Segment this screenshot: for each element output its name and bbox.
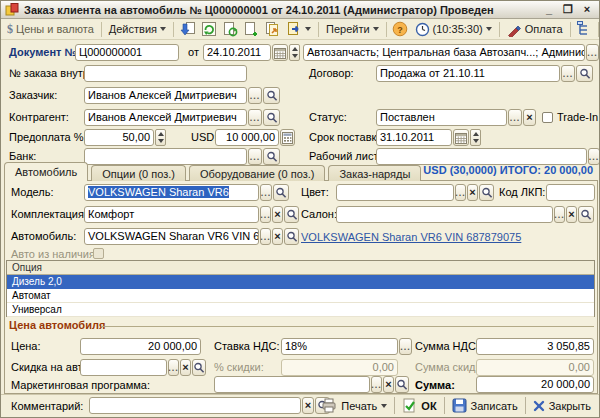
discount-select-button[interactable]: ... <box>168 359 179 376</box>
document-number-field[interactable]: Ц000000001 <box>75 44 179 61</box>
minimize-button[interactable]: _ <box>541 3 557 16</box>
calendar-icon <box>274 47 286 59</box>
structure-button[interactable] <box>575 21 594 38</box>
salon-search-button[interactable] <box>578 206 594 223</box>
table-row[interactable]: Автомат <box>7 289 594 303</box>
refresh-icon <box>201 21 217 37</box>
ok-button[interactable]: ОК <box>397 398 441 413</box>
close-form-button[interactable]: Закрыть <box>528 400 596 412</box>
discount-field[interactable] <box>80 359 167 376</box>
tab-car[interactable]: Автомобиль <box>4 162 88 181</box>
send-button[interactable] <box>282 20 315 38</box>
marketing-field[interactable] <box>214 376 370 393</box>
date-calendar-button[interactable] <box>272 44 288 61</box>
prices-currency-button[interactable]: $ Цены и валюта <box>3 21 98 38</box>
model-search-button[interactable] <box>273 184 289 201</box>
counterparty-select-button[interactable]: ... <box>248 109 262 126</box>
separator <box>598 22 599 37</box>
separator <box>318 22 319 37</box>
model-select-button[interactable]: ... <box>260 184 272 201</box>
trim-search-button[interactable] <box>284 206 299 223</box>
customer-select-button[interactable]: ... <box>248 87 262 104</box>
marketing-search-button[interactable] <box>395 376 409 393</box>
color-clear-button[interactable]: × <box>467 184 478 201</box>
contract-select-button[interactable]: ... <box>561 65 575 82</box>
table-row[interactable]: Дизель 2,0 <box>7 275 594 289</box>
marketing-select-button[interactable]: ... <box>371 376 382 393</box>
save-button[interactable]: Записать <box>447 398 523 413</box>
reread-button[interactable] <box>199 21 218 38</box>
status-clear-button[interactable]: × <box>523 109 536 126</box>
tab-work-orders[interactable]: Заказ-наряды <box>328 165 421 181</box>
date-spinner[interactable] <box>289 44 300 61</box>
worksheet-select-button[interactable]: ... <box>588 148 600 165</box>
update-button[interactable] <box>220 21 239 38</box>
total-field[interactable]: 20 000,00 <box>476 376 594 393</box>
counterparty-field[interactable]: Иванов Алексей Дмитриевич <box>84 109 247 126</box>
trim-clear-button[interactable]: × <box>272 206 283 223</box>
tradein-checkbox[interactable] <box>542 112 553 123</box>
car-link[interactable]: VOLKSWAGEN Sharan VR6 VIN 687879075 <box>301 231 521 243</box>
contract-search-button[interactable] <box>576 65 593 82</box>
customer-search-button[interactable] <box>263 87 280 104</box>
discount-clear-button[interactable]: × <box>180 359 191 376</box>
vat-rate-select-button[interactable]: ... <box>399 338 412 355</box>
separator <box>525 397 526 414</box>
tab-options[interactable]: Опции (0 поз.) <box>91 165 186 181</box>
contract-field[interactable]: Продажа от 21.10.11 <box>376 65 560 82</box>
salon-clear-button[interactable]: × <box>566 206 577 223</box>
store-values-button[interactable] <box>178 21 197 38</box>
vat-rate-field[interactable]: 18% <box>281 338 398 355</box>
close-button[interactable]: × <box>579 3 595 16</box>
comment-clear-button[interactable]: × <box>302 397 314 414</box>
tab-equipment[interactable]: Оборудование (0 поз.) <box>189 165 325 181</box>
time-button[interactable]: (10:35:30) <box>411 21 496 38</box>
infobase-field[interactable]: Автозапчасть; Центральная база Автозапч.… <box>303 44 585 61</box>
salon-select-button[interactable]: ... <box>554 206 565 223</box>
car-select-button[interactable]: ... <box>260 228 271 245</box>
comment-field[interactable] <box>89 397 301 414</box>
lkp-code-field[interactable] <box>546 184 595 201</box>
help-button[interactable]: ? <box>391 21 410 38</box>
delivery-calendar-button[interactable] <box>453 129 469 146</box>
infobase-select-button[interactable]: ... <box>586 44 599 61</box>
payment-button[interactable]: Оплата <box>503 21 567 38</box>
trim-field[interactable]: Комфорт <box>84 206 259 223</box>
copy-document-button[interactable] <box>262 21 281 38</box>
status-select-button[interactable]: ... <box>508 109 522 126</box>
price-field[interactable]: 20 000,00 <box>80 338 201 355</box>
delivery-field[interactable]: 31.10.2011 <box>376 129 452 146</box>
maximize-button[interactable]: ❐ <box>560 3 576 16</box>
print-button[interactable]: Печать <box>316 398 392 413</box>
internal-no-field[interactable] <box>84 65 247 82</box>
status-field[interactable]: Поставлен <box>376 109 507 126</box>
usd-field[interactable]: 10 000,00 <box>215 129 279 146</box>
copy-add-button[interactable] <box>241 21 260 38</box>
usd-calc-button[interactable] <box>280 129 295 146</box>
lkp-code-label: Код ЛКП: <box>499 186 545 198</box>
customer-field[interactable]: Иванов Алексей Дмитриевич <box>84 87 247 104</box>
delivery-spinner[interactable] <box>470 129 481 146</box>
vat-sum-field[interactable]: 3 050,85 <box>476 338 594 355</box>
document-date-field[interactable]: 24.10.2011 <box>203 44 271 61</box>
actions-button[interactable]: Действия <box>105 22 170 36</box>
car-clear-button[interactable]: × <box>272 228 283 245</box>
marketing-clear-button[interactable]: × <box>383 376 394 393</box>
color-field[interactable] <box>336 184 454 201</box>
car-field[interactable]: VOLKSWAGEN Sharan VR6 VIN 6878790 <box>84 228 259 245</box>
discount-search-button[interactable] <box>192 359 206 376</box>
color-search-button[interactable] <box>479 184 494 201</box>
trim-select-button[interactable]: ... <box>260 206 271 223</box>
prepay-spinner[interactable] <box>155 129 166 146</box>
prepay-field[interactable]: 50,00 <box>84 129 154 146</box>
salon-field[interactable] <box>336 206 553 223</box>
tab-bar: Автомобиль Опции (0 поз.) Оборудование (… <box>4 162 424 181</box>
chevron-down-icon <box>160 27 166 31</box>
model-field[interactable]: VOLKSWAGEN Sharan VR6 <box>84 184 259 201</box>
car-search-button[interactable] <box>284 228 299 245</box>
table-row[interactable]: Универсал <box>7 303 594 317</box>
goto-button[interactable]: Перейти <box>322 22 383 36</box>
structure-icon <box>576 21 592 37</box>
counterparty-search-button[interactable] <box>263 109 280 126</box>
color-select-button[interactable]: ... <box>455 184 466 201</box>
